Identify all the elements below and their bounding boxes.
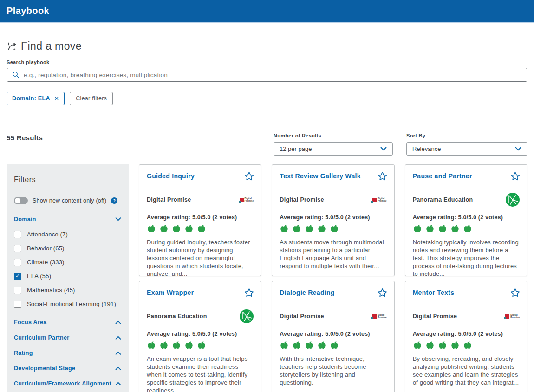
apple-icon xyxy=(184,341,194,350)
chevron-up-icon xyxy=(115,351,121,355)
apple-icon xyxy=(425,341,435,350)
apple-icon xyxy=(147,224,156,234)
chevron-up-icon xyxy=(115,382,121,385)
apple-rating xyxy=(413,341,520,350)
sidebar-section-focus-area[interactable]: Focus Area xyxy=(14,319,121,326)
checkbox-label: Social-Emotional Learning (191) xyxy=(27,301,116,307)
card-title-link[interactable]: Pause and Partner xyxy=(413,172,472,180)
sidebar-section-developmental-stage[interactable]: Developmental Stage xyxy=(14,365,121,372)
new-content-toggle[interactable] xyxy=(14,197,28,204)
checkbox-label: Climate (333) xyxy=(27,259,65,266)
favorite-star-icon[interactable] xyxy=(510,171,521,182)
digital-promise-mark xyxy=(240,198,244,202)
domain-ela-chip[interactable]: Domain: ELA ✕ xyxy=(7,92,65,105)
apple-rating xyxy=(147,224,254,234)
checkbox-mathematics[interactable]: Mathematics (45) xyxy=(14,286,121,294)
checkbox-climate[interactable]: Climate (333) xyxy=(14,258,121,266)
checkbox-label: Attendance (7) xyxy=(27,231,68,238)
strategy-move-icon xyxy=(7,41,17,52)
checkbox-box[interactable] xyxy=(14,259,21,266)
search-input[interactable] xyxy=(24,72,522,78)
apple-icon xyxy=(425,224,435,234)
apple-icon xyxy=(317,224,326,234)
apple-rating xyxy=(147,341,254,350)
sidebar-section-curriculum-partner[interactable]: Curriculum Partner xyxy=(14,334,121,341)
average-rating-text: Average rating: 5.0/5.0 (2 votes) xyxy=(413,331,520,337)
apple-icon xyxy=(159,224,169,234)
card-title-link[interactable]: Guided Inquiry xyxy=(147,172,195,180)
apple-icon xyxy=(197,224,206,234)
page-title: Playbook xyxy=(7,6,49,16)
checkbox-attendance[interactable]: Attendance (7) xyxy=(14,230,121,238)
checkbox-box[interactable] xyxy=(14,245,21,252)
digital-promise-mark xyxy=(505,314,509,319)
chevron-up-icon xyxy=(115,366,121,370)
apple-icon xyxy=(305,224,314,234)
card-title-link[interactable]: Text Review Gallery Walk xyxy=(280,172,361,180)
results-per-page-label: Number of Results xyxy=(274,133,393,138)
help-icon[interactable]: ? xyxy=(111,197,117,204)
section-label: Rating xyxy=(14,350,33,356)
checkbox-label: ELA (55) xyxy=(27,273,51,280)
digital-promise-logo: Digital Promise xyxy=(372,314,387,319)
checkbox-ela[interactable]: ✓ ELA (55) xyxy=(14,272,121,280)
checkbox-box[interactable] xyxy=(14,231,21,238)
checkbox-box[interactable] xyxy=(14,287,21,294)
apple-icon xyxy=(450,224,460,234)
apple-rating xyxy=(413,224,520,234)
checkbox-social-emotional-learning[interactable]: Social-Emotional Learning (191) xyxy=(14,300,121,308)
apple-icon xyxy=(172,224,181,234)
panorama-education-logo xyxy=(506,193,520,207)
sidebar-section-rating[interactable]: Rating xyxy=(14,350,121,356)
sidebar-section-curriculum-framework-alignment[interactable]: Curriculum/Framework Alignment xyxy=(14,380,121,387)
apple-icon xyxy=(413,224,422,234)
chip-close-icon[interactable]: ✕ xyxy=(54,95,59,102)
chevron-down-icon xyxy=(515,147,521,151)
apple-icon xyxy=(463,341,472,350)
search-icon xyxy=(12,71,20,78)
filters-sidebar: Filters Show new content only (off) ? Do… xyxy=(7,164,129,392)
digital-promise-logo: Digital Promise xyxy=(505,314,520,319)
result-card: Text Review Gallery Walk Digital Promise… xyxy=(272,164,394,276)
favorite-star-icon[interactable] xyxy=(377,171,388,182)
active-filters-row: Domain: ELA ✕ Clear filters xyxy=(7,92,527,105)
app-header: Playbook xyxy=(0,0,534,23)
checkbox-box[interactable] xyxy=(14,301,21,308)
digital-promise-logo: Digital Promise xyxy=(240,197,254,202)
apple-icon xyxy=(280,224,289,234)
apple-icon xyxy=(147,341,156,350)
apple-icon xyxy=(172,341,181,350)
sort-by-select[interactable]: Relevance xyxy=(406,142,527,156)
apple-icon xyxy=(159,341,169,350)
apple-rating xyxy=(280,224,386,234)
chevron-up-icon xyxy=(115,320,121,324)
sidebar-section-domain[interactable]: Domain xyxy=(14,216,121,222)
card-description: By observing, rereading, and closely ana… xyxy=(413,355,520,386)
chip-label: Domain: ELA xyxy=(12,95,50,102)
clear-filters-button[interactable]: Clear filters xyxy=(70,92,113,105)
content-row: Filters Show new content only (off) ? Do… xyxy=(7,164,527,392)
new-content-toggle-row: Show new content only (off) ? xyxy=(14,197,121,204)
favorite-star-icon[interactable] xyxy=(377,287,388,298)
apple-icon xyxy=(197,341,206,350)
apple-icon xyxy=(305,341,314,350)
apple-icon xyxy=(438,224,447,234)
favorite-star-icon[interactable] xyxy=(244,287,254,298)
domain-options-list: Attendance (7) Behavior (65) Climate (33… xyxy=(14,230,121,308)
section-label: Curriculum/Framework Alignment xyxy=(14,380,111,387)
favorite-star-icon[interactable] xyxy=(244,171,254,182)
favorite-star-icon[interactable] xyxy=(510,287,521,298)
checkbox-behavior[interactable]: Behavior (65) xyxy=(14,244,121,252)
new-content-toggle-label: Show new content only (off) xyxy=(33,197,106,204)
find-a-move-label: Find a move xyxy=(21,40,82,52)
apple-icon xyxy=(292,341,301,350)
card-description: With this interactive technique, teacher… xyxy=(280,355,386,386)
chevron-up-icon xyxy=(115,336,121,340)
apple-icon xyxy=(450,341,460,350)
card-title-link[interactable]: Exam Wrapper xyxy=(147,289,194,296)
card-title-link[interactable]: Mentor Texts xyxy=(413,289,455,296)
card-title-link[interactable]: Dialogic Reading xyxy=(280,289,334,296)
results-per-page-value: 12 per page xyxy=(280,145,312,152)
results-per-page-select[interactable]: 12 per page xyxy=(274,142,393,156)
checkbox-box-checked[interactable]: ✓ xyxy=(14,273,21,280)
